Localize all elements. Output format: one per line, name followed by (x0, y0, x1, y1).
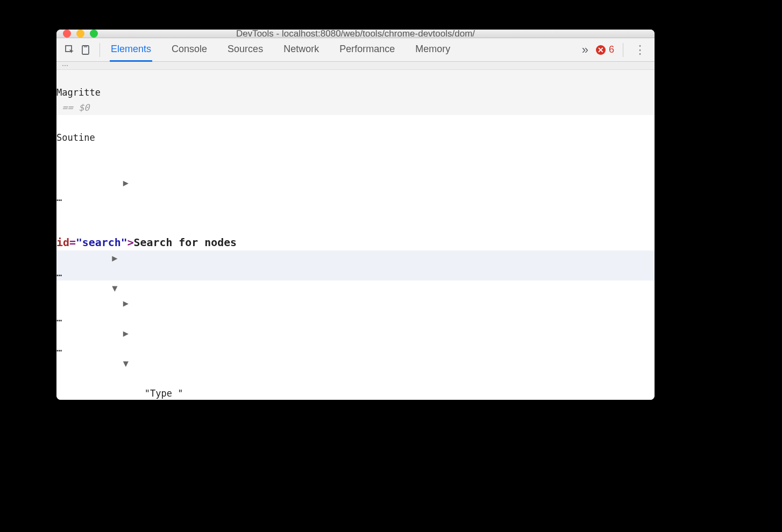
tab-network[interactable]: Network (282, 38, 320, 62)
dom-tree-row[interactable] (56, 160, 655, 175)
dom-tree-row[interactable]: ▼ (56, 356, 655, 386)
traffic-lights (63, 30, 98, 38)
dom-tree-row[interactable]: ▶ … (56, 250, 655, 281)
tab-memory[interactable]: Memory (414, 38, 451, 62)
dom-tree-row[interactable]: Soutine (56, 115, 655, 145)
minimize-window-button[interactable] (76, 30, 84, 38)
settings-menu-icon[interactable]: ⋮ (629, 43, 651, 57)
dom-tree-row[interactable]: "Type " (56, 386, 655, 400)
error-icon: ✕ (596, 45, 606, 55)
dom-tree-row[interactable]: ▶ … (56, 296, 655, 326)
tab-console[interactable]: Console (170, 38, 208, 62)
window-title: DevTools - localhost:8080/web/tools/chro… (56, 30, 655, 39)
toolbar-separator (99, 43, 100, 57)
dom-tree-row[interactable]: ▶ … (56, 326, 655, 356)
svg-rect-2 (84, 46, 87, 47)
devtools-window: DevTools - localhost:8080/web/tools/chro… (56, 30, 655, 400)
dom-tree-row[interactable]: ▶ … (56, 175, 655, 205)
panel-tabs: Elements Console Sources Network Perform… (110, 38, 451, 62)
close-window-button[interactable] (63, 30, 71, 38)
error-count-badge[interactable]: ✕ 6 (593, 44, 617, 55)
more-tabs-icon[interactable]: » (578, 43, 593, 57)
dom-tree[interactable]: Magritte == $0 Soutine ▶ … id="search">S… (56, 70, 655, 400)
tab-performance[interactable]: Performance (338, 38, 396, 62)
tab-sources[interactable]: Sources (226, 38, 264, 62)
dom-tree-row[interactable]: id="search">Search for nodes (56, 220, 655, 250)
toolbar-separator (623, 43, 623, 57)
dom-tree-row[interactable] (56, 145, 655, 160)
error-count: 6 (609, 44, 614, 55)
dom-tree-row[interactable] (56, 205, 655, 220)
main-toolbar: Elements Console Sources Network Perform… (56, 38, 655, 62)
tab-elements[interactable]: Elements (110, 38, 152, 62)
dom-tree-row[interactable]: Magritte == $0 (56, 70, 655, 115)
inspect-element-icon[interactable] (62, 42, 78, 58)
dom-context-bar: ⋯ (56, 62, 655, 70)
titlebar: DevTools - localhost:8080/web/tools/chro… (56, 30, 655, 38)
zoom-window-button[interactable] (90, 30, 98, 38)
device-toolbar-icon[interactable] (78, 42, 94, 58)
dom-tree-row[interactable]: ▼ (56, 281, 655, 296)
